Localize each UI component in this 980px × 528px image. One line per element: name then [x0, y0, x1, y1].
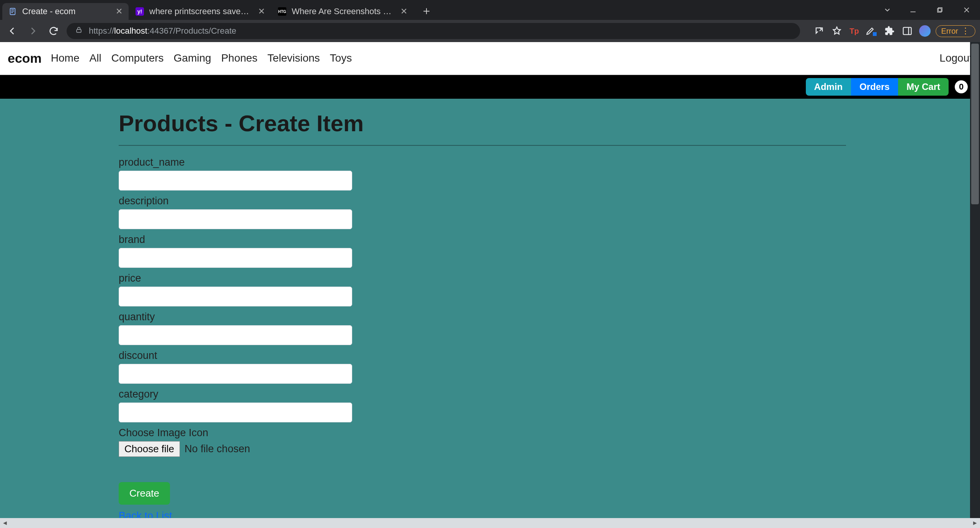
kebab-menu-icon: ⋮	[961, 27, 970, 35]
nav-link-phones[interactable]: Phones	[221, 52, 258, 64]
side-panel-icon[interactable]	[900, 23, 914, 39]
input-product-name[interactable]	[119, 171, 352, 191]
extensions-puzzle-icon[interactable]	[883, 23, 897, 39]
error-label: Error	[941, 27, 958, 36]
nav-link-all[interactable]: All	[90, 52, 101, 64]
nav-link-home[interactable]: Home	[51, 52, 80, 64]
label-file: Choose Image Icon	[119, 427, 846, 439]
subnav-admin-button[interactable]: Admin	[806, 78, 851, 96]
lock-icon	[75, 26, 83, 36]
nav-link-televisions[interactable]: Televisions	[268, 52, 320, 64]
tab-search-chevron-icon[interactable]	[875, 0, 900, 20]
tab-close-icon[interactable]: ✕	[116, 7, 122, 16]
label-brand: brand	[119, 234, 846, 246]
hscroll-left-arrow-icon[interactable]: ◄	[0, 518, 10, 528]
browser-tab-1[interactable]: y! where printscreens saved on win ✕	[129, 3, 271, 20]
nav-link-computers[interactable]: Computers	[111, 52, 164, 64]
label-description: description	[119, 195, 846, 207]
cart-count-badge[interactable]: 0	[955, 80, 968, 93]
share-icon[interactable]	[812, 23, 826, 39]
label-quantity: quantity	[119, 311, 846, 323]
tab-favicon-document-icon	[8, 7, 17, 16]
nav-link-gaming[interactable]: Gaming	[174, 52, 211, 64]
svg-rect-2	[938, 8, 941, 12]
horizontal-scrollbar[interactable]: ◄ ►	[0, 518, 980, 528]
title-divider	[119, 145, 846, 146]
nav-forward-button[interactable]	[25, 23, 41, 39]
new-tab-button[interactable]: ＋	[419, 3, 434, 18]
hscroll-right-arrow-icon[interactable]: ►	[970, 518, 980, 528]
logout-link[interactable]: Logout	[939, 52, 972, 64]
create-button[interactable]: Create	[119, 482, 170, 505]
profile-avatar[interactable]	[918, 23, 932, 39]
nav-back-button[interactable]	[5, 23, 20, 39]
subnav-orders-button[interactable]: Orders	[851, 78, 898, 96]
tab-favicon-htg-icon: HTG	[278, 7, 286, 16]
file-status-text: No file chosen	[185, 443, 250, 455]
label-product-name: product_name	[119, 156, 846, 168]
back-to-list-link[interactable]: Back to List	[119, 510, 846, 518]
svg-rect-3	[77, 29, 81, 33]
bookmark-star-icon[interactable]	[830, 23, 844, 39]
tab-favicon-yahoo-icon: y!	[136, 7, 144, 16]
window-minimize-button[interactable]	[900, 0, 926, 20]
hscroll-track[interactable]	[10, 518, 970, 528]
browser-error-button[interactable]: Error ⋮	[936, 25, 975, 37]
vertical-scrollbar-thumb[interactable]	[971, 44, 979, 204]
input-brand[interactable]	[119, 248, 352, 268]
input-discount[interactable]	[119, 364, 352, 384]
nav-link-toys[interactable]: Toys	[330, 52, 352, 64]
label-category: category	[119, 388, 846, 400]
extension-tp-icon[interactable]: Tp	[848, 23, 861, 39]
browser-toolbar: https://localhost:44367/Products/Create …	[0, 20, 980, 42]
input-description[interactable]	[119, 209, 352, 229]
tab-title: Where Are Screenshots Saved on	[292, 7, 396, 16]
browser-titlebar: Create - ecom ✕ y! where printscreens sa…	[0, 0, 980, 20]
browser-tab-2[interactable]: HTG Where Are Screenshots Saved on ✕	[272, 3, 413, 20]
tab-title: where printscreens saved on win	[149, 7, 253, 16]
url-text: https://localhost:44367/Products/Create	[89, 26, 236, 36]
input-category[interactable]	[119, 403, 352, 422]
input-price[interactable]	[119, 287, 352, 306]
browser-tab-0[interactable]: Create - ecom ✕	[2, 3, 129, 20]
site-nav-links: Home All Computers Gaming Phones Televis…	[51, 52, 352, 64]
tab-close-icon[interactable]: ✕	[400, 7, 407, 16]
input-quantity[interactable]	[119, 325, 352, 345]
file-choose-button[interactable]: Choose file	[119, 441, 180, 457]
svg-rect-4	[903, 28, 911, 35]
svg-rect-1	[938, 8, 942, 11]
subnav-cart-button[interactable]: My Cart	[898, 78, 949, 96]
window-maximize-button[interactable]	[926, 0, 953, 20]
site-navbar: ecom Home All Computers Gaming Phones Te…	[0, 42, 980, 75]
page-title: Products - Create Item	[119, 110, 846, 137]
tab-title: Create - ecom	[22, 7, 111, 16]
label-discount: discount	[119, 350, 846, 362]
nav-reload-button[interactable]	[46, 23, 61, 39]
window-close-button[interactable]	[953, 0, 980, 20]
extension-pen-icon[interactable]	[865, 23, 879, 39]
tab-close-icon[interactable]: ✕	[258, 7, 265, 16]
vertical-scrollbar[interactable]	[970, 42, 980, 518]
label-price: price	[119, 272, 846, 284]
sub-navbar: Admin Orders My Cart 0	[0, 75, 980, 99]
page-viewport: ecom Home All Computers Gaming Phones Te…	[0, 42, 980, 518]
address-bar[interactable]: https://localhost:44367/Products/Create	[67, 23, 800, 39]
site-brand[interactable]: ecom	[8, 51, 42, 66]
